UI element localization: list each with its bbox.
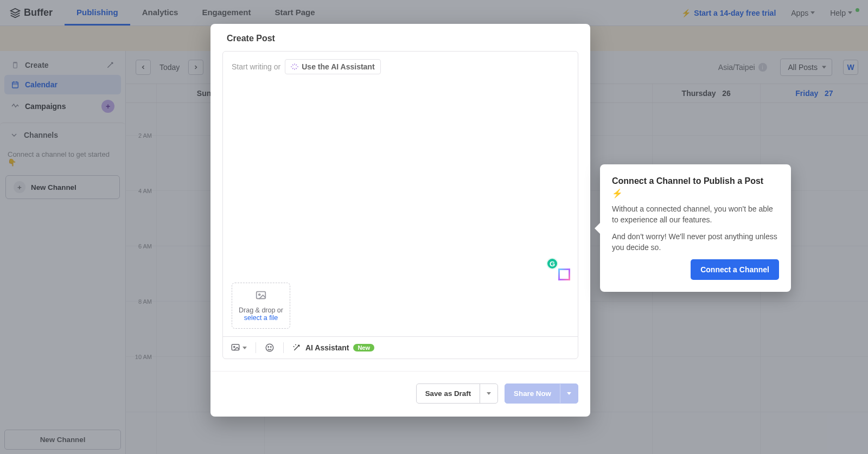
svg-point-12	[271, 347, 272, 348]
editor-box: Start writing or Use the AI Assistant G …	[222, 51, 578, 359]
modal-title: Create Post	[210, 24, 590, 51]
svg-point-7	[259, 294, 260, 296]
sparkle-icon	[291, 63, 298, 71]
chevron-down-icon	[487, 392, 491, 395]
emoji-icon	[265, 343, 275, 353]
dropzone-text: Drag & drop or	[239, 306, 283, 314]
ai-halo-icon[interactable]	[558, 268, 570, 280]
placeholder-lead: Start writing or	[232, 62, 280, 71]
grammarly-icon[interactable]: G	[546, 258, 558, 270]
ai-assistant-toolbar-button[interactable]: AI Assistant New	[292, 343, 374, 352]
share-now-split-button: Share Now	[505, 383, 578, 404]
magic-wand-icon	[292, 343, 301, 352]
save-draft-button[interactable]: Save as Draft	[417, 384, 480, 403]
editor-toolbar: AI Assistant New	[223, 336, 578, 359]
bolt-icon: ⚡	[612, 188, 623, 199]
editor-placeholder: Start writing or Use the AI Assistant	[232, 59, 569, 74]
chevron-down-icon	[242, 347, 247, 349]
divider	[256, 342, 256, 353]
image-icon	[255, 290, 267, 302]
create-post-modal: Create Post Start writing or Use the AI …	[210, 24, 590, 417]
popover-text-2: And don't worry! We'll never post anythi…	[612, 232, 779, 253]
popover-text-1: Without a connected channel, you won't b…	[612, 204, 779, 225]
connect-channel-popover: Connect a Channel to Publish a Post ⚡ Wi…	[600, 164, 791, 292]
media-dropzone[interactable]: Drag & drop or select a file	[232, 283, 290, 329]
save-draft-split-button: Save as Draft	[416, 383, 498, 404]
dropzone-select-file-link[interactable]: select a file	[244, 314, 278, 322]
image-icon	[231, 343, 240, 353]
save-draft-menu-button[interactable]	[480, 384, 497, 403]
ai-assistant-label: AI Assistant	[305, 343, 349, 352]
share-now-button[interactable]: Share Now	[505, 384, 560, 403]
emoji-button[interactable]	[265, 343, 275, 353]
new-badge: New	[353, 344, 374, 351]
share-now-menu-button[interactable]	[560, 384, 578, 403]
ai-btn-label: Use the AI Assistant	[302, 62, 374, 71]
modal-footer: Save as Draft Share Now	[210, 371, 590, 417]
connect-channel-button[interactable]: Connect a Channel	[691, 259, 779, 280]
svg-point-10	[266, 344, 273, 351]
image-upload-button[interactable]	[231, 343, 247, 353]
chevron-down-icon	[567, 392, 571, 395]
editor-area[interactable]: Start writing or Use the AI Assistant G …	[223, 52, 578, 336]
divider	[283, 342, 284, 353]
svg-point-11	[268, 347, 269, 348]
popover-title: Connect a Channel to Publish a Post	[612, 176, 779, 186]
use-ai-assistant-button[interactable]: Use the AI Assistant	[285, 59, 380, 74]
svg-point-9	[234, 346, 235, 347]
